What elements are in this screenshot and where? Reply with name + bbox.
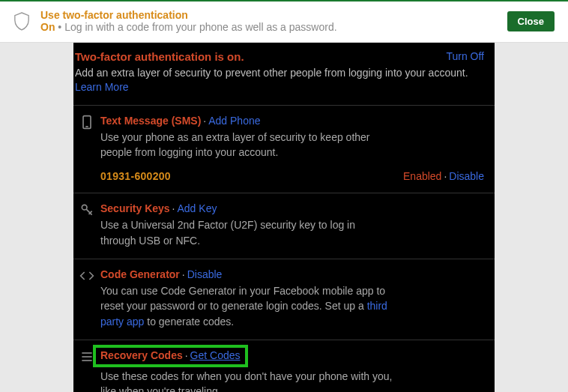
- recovery-codes-section: Recovery Codes·Get Codes Use these codes…: [73, 340, 495, 392]
- code-generator-desc: You can use Code Generator in your Faceb…: [100, 283, 393, 329]
- banner-text: Use two-factor authentication On • Log i…: [40, 9, 497, 33]
- close-button[interactable]: Close: [507, 11, 555, 31]
- two-factor-header: Two-factor authentication is on. Turn Of…: [73, 50, 495, 64]
- code-icon: [79, 268, 94, 283]
- recovery-highlight: Recovery Codes·Get Codes: [94, 346, 247, 366]
- list-icon: [79, 349, 94, 364]
- phone-icon: [79, 115, 94, 130]
- sms-title: Text Message (SMS): [100, 115, 201, 127]
- code-generator-title: Code Generator: [100, 268, 180, 280]
- phone-row: 01931-600200 Enabled·Disable: [100, 170, 486, 182]
- security-keys-desc: Use a Universal 2nd Factor (U2F) securit…: [100, 217, 393, 248]
- phone-number: 01931-600200: [100, 170, 171, 182]
- on-label: On: [40, 21, 55, 33]
- get-codes-link[interactable]: Get Codes: [190, 349, 241, 361]
- settings-panel: Two-factor authentication is on. Turn Of…: [73, 43, 495, 392]
- disable-generator-link[interactable]: Disable: [187, 268, 223, 280]
- code-generator-section: Code Generator·Disable You can use Code …: [73, 259, 495, 340]
- add-phone-link[interactable]: Add Phone: [208, 115, 260, 127]
- learn-more-link[interactable]: Learn More: [75, 81, 129, 93]
- key-icon: [79, 202, 94, 217]
- security-keys-section: Security Keys·Add Key Use a Universal 2n…: [73, 193, 495, 259]
- recovery-codes-desc: Use these codes for when you don't have …: [100, 369, 393, 392]
- two-factor-desc: Add an extra layer of security to preven…: [73, 64, 495, 105]
- disable-phone-link[interactable]: Disable: [449, 170, 484, 182]
- two-factor-title: Two-factor authentication is on.: [75, 50, 244, 63]
- shield-icon: [13, 11, 30, 31]
- banner-desc: Log in with a code from your phone as we…: [64, 21, 336, 33]
- security-keys-title: Security Keys: [100, 202, 170, 214]
- recovery-codes-title: Recovery Codes: [100, 349, 183, 361]
- banner-status: On • Log in with a code from your phone …: [40, 21, 497, 33]
- banner-title: Use two-factor authentication: [40, 9, 497, 21]
- banner: Use two-factor authentication On • Log i…: [0, 0, 568, 43]
- phone-status: Enabled·Disable: [403, 170, 484, 182]
- sms-desc: Use your phone as an extra layer of secu…: [100, 130, 393, 160]
- turn-off-link[interactable]: Turn Off: [446, 50, 484, 63]
- enabled-label: Enabled: [403, 170, 441, 182]
- add-key-link[interactable]: Add Key: [178, 202, 217, 214]
- sms-section: Text Message (SMS)·Add Phone Use your ph…: [73, 105, 495, 193]
- svg-point-2: [82, 205, 87, 211]
